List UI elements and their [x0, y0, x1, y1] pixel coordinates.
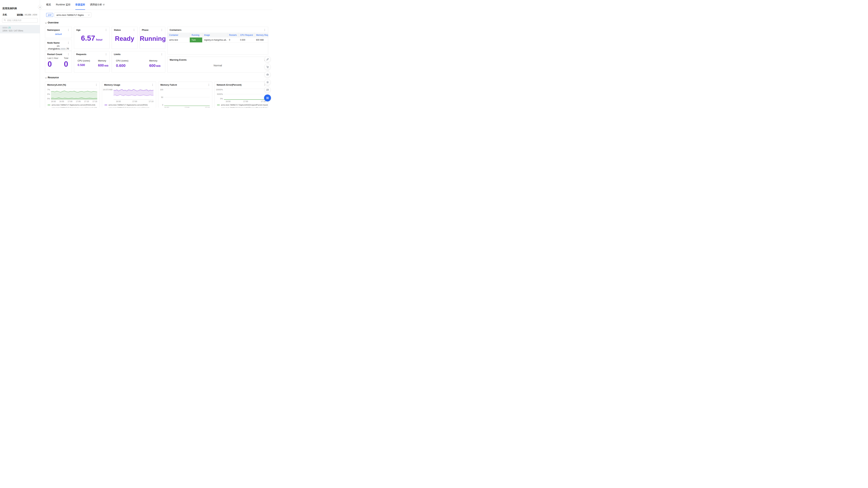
phase-value: Running	[140, 35, 165, 42]
node-name-card-title: Node Name	[47, 41, 60, 44]
status-value: Ready	[112, 35, 137, 42]
x-axis-labels: 16:50 17:00 17:10	[114, 100, 156, 102]
page: 应用实例列表 主机 请求数 | 错误数 | 耗时 .21 1004 / 323 …	[0, 0, 272, 108]
kebab-menu-icon[interactable]: ⋮	[151, 84, 154, 86]
tab-container-monitor[interactable]: 容器监控	[75, 0, 85, 10]
legend-item[interactable]: arms-test-7dbfbb7c7-9qpks/arms-server(Us…	[48, 107, 100, 108]
y-axis-labels: 100 50 0	[158, 89, 164, 106]
memory-limit-chart-title: Memory/Limit (%)	[47, 84, 66, 86]
instance-list-item[interactable]: .21 1004 / 323 / 147.05ms	[0, 25, 40, 33]
legend-marker	[217, 105, 220, 105]
pod-tag: pod	[46, 13, 53, 17]
header-image[interactable]: Image	[202, 33, 227, 37]
robot-button[interactable]	[265, 71, 271, 78]
limits-memory-label: Memory	[149, 59, 161, 62]
cell-cpu-request: 0.500	[238, 37, 254, 42]
sidebar-collapse-button[interactable]: «	[38, 5, 42, 9]
kebab-menu-icon[interactable]: ⋮	[67, 53, 70, 55]
warning-events-value: Normal	[167, 64, 268, 67]
edit-button[interactable]	[265, 56, 271, 62]
header-memory-request[interactable]: Memory Request	[254, 33, 268, 37]
tab-trace-analysis[interactable]: 调用链分析	[90, 0, 105, 10]
masked-node-ip	[61, 48, 66, 50]
node-name-line1: cn-	[48, 44, 69, 48]
pod-select-value: arms-test-7dbfbb7c7-9qpks	[56, 14, 84, 16]
age-card: Age ⋮ 6.57hour	[74, 27, 110, 49]
separator: |	[24, 13, 24, 16]
warning-events-card: Warning Events ⋮ Normal	[167, 57, 268, 72]
sort-options: 请求数 | 错误数 | 耗时	[17, 13, 37, 16]
header-cpu-request[interactable]: CPU Request	[238, 33, 254, 37]
limits-memory-unit: MiB	[156, 65, 161, 67]
network-error-plot[interactable]	[224, 89, 266, 100]
pod-select[interactable]: arms-test-7dbfbb7c7-9qpks	[55, 12, 91, 18]
legend-item[interactable]: arms-test-7dbfbb7c7-9qpks/arms-server(Us…	[104, 107, 156, 108]
memory-usage-chart-title: Memory Usage	[104, 84, 120, 86]
search-box[interactable]	[2, 18, 38, 23]
header-running[interactable]: Running	[190, 33, 202, 37]
memory-failcnt-chart-title: Memory Failcnt	[160, 84, 177, 86]
node-name-line2-prefix: zhangjiakou.	[48, 48, 61, 50]
gear-icon	[266, 81, 269, 84]
kebab-menu-icon[interactable]: ⋮	[263, 29, 266, 31]
instance-ip: .21	[2, 26, 37, 29]
apps-button[interactable]	[264, 94, 271, 101]
requests-cpu-value: 0.500	[78, 63, 90, 67]
resource-section-title: Resource	[48, 76, 59, 79]
age-card-title: Age	[76, 29, 81, 31]
containers-table-header-row: Container Running Image Restarts CPU Req…	[167, 33, 268, 37]
resource-charts: Memory/Limit (%) ⋮ 7% 6% 5% 16:50 16:55 …	[45, 82, 272, 108]
kebab-menu-icon[interactable]: ⋮	[132, 29, 135, 31]
requests-card-title: Requests	[76, 53, 87, 56]
requests-cpu-label: CPU (cores)	[78, 59, 90, 62]
node-name-card: Node Name ⋮ cn- zhangjiakou. .70	[45, 39, 72, 51]
separator: |	[32, 13, 32, 16]
legend-item[interactable]: arms-test-7dbfbb7c7-9qpks/eth0(DroppedPa…	[217, 104, 268, 106]
cell-container: arms-test	[167, 37, 190, 42]
instance-stats: 1004 / 323 / 147.05ms	[2, 30, 37, 32]
settings-button[interactable]	[265, 79, 271, 85]
memory-usage-plot[interactable]	[114, 89, 153, 100]
legend-item[interactable]: arms-test-7dbfbb7c7-9qpks/arms-server(RS…	[104, 104, 156, 106]
containers-table-row: arms-test Ture registry.cn-hangzhou.ali.…	[167, 37, 268, 42]
search-input[interactable]	[7, 19, 36, 22]
kebab-menu-icon[interactable]: ⋮	[104, 53, 107, 55]
sort-by-requests[interactable]: 请求数	[17, 13, 23, 16]
memory-usage-chart-card: Memory Usage ⋮ 19.073 MiB 16:50 17:00 17…	[102, 82, 156, 108]
legend-item[interactable]: arms-test-7dbfbb7c7-9qpks/arms-server(RS…	[48, 104, 100, 106]
restart-total-value: 0	[64, 60, 68, 68]
restart-total-label: Total	[64, 57, 68, 59]
namespace-card: Namespace ⋮ default	[45, 27, 72, 38]
tab-overview[interactable]: 概览	[46, 0, 51, 10]
chat-icon	[266, 88, 269, 91]
kebab-menu-icon[interactable]: ⋮	[160, 29, 163, 31]
memory-failcnt-plot[interactable]	[164, 89, 210, 106]
tab-runtime-monitor[interactable]: Runtime 监控	[56, 0, 70, 10]
caret-down-icon	[45, 77, 47, 78]
requests-memory: Memory 600MiB	[98, 59, 108, 67]
kebab-menu-icon[interactable]: ⋮	[67, 41, 70, 44]
legend-item[interactable]: arms-test-7dbfbb7c7-9qpks/eth0(DroppedPa…	[217, 107, 268, 108]
limits-memory-value: 600	[149, 63, 156, 68]
kebab-menu-icon[interactable]: ⋮	[207, 84, 210, 86]
feedback-button[interactable]	[265, 87, 271, 93]
resource-section-toggle[interactable]: Resource	[45, 76, 272, 79]
namespace-value-link[interactable]: default	[45, 33, 72, 35]
memory-failcnt-chart-card: Memory Failcnt ⋮ 100 50 0 16:50 17:00 17…	[158, 82, 212, 108]
cart-icon	[266, 65, 269, 68]
kebab-menu-icon[interactable]: ⋮	[104, 29, 107, 31]
memory-limit-plot[interactable]	[51, 89, 97, 100]
header-container[interactable]: Container	[167, 33, 190, 37]
x-axis-labels: 16:50 17:00 17:10	[164, 106, 212, 108]
kebab-menu-icon[interactable]: ⋮	[67, 29, 70, 31]
kebab-menu-icon[interactable]: ⋮	[160, 53, 163, 55]
requests-memory-unit: MiB	[104, 64, 108, 67]
kebab-menu-icon[interactable]: ⋮	[95, 84, 98, 86]
cart-button[interactable]	[265, 64, 271, 70]
legend-marker	[48, 108, 50, 108]
sort-by-time[interactable]: 耗时	[33, 13, 37, 16]
cell-image: registry.cn-hangzhou.ali...	[202, 37, 227, 42]
header-restarts[interactable]: Restarts	[227, 33, 238, 37]
overview-section-toggle[interactable]: Overview	[45, 21, 272, 24]
sort-by-errors[interactable]: 错误数	[25, 13, 31, 16]
